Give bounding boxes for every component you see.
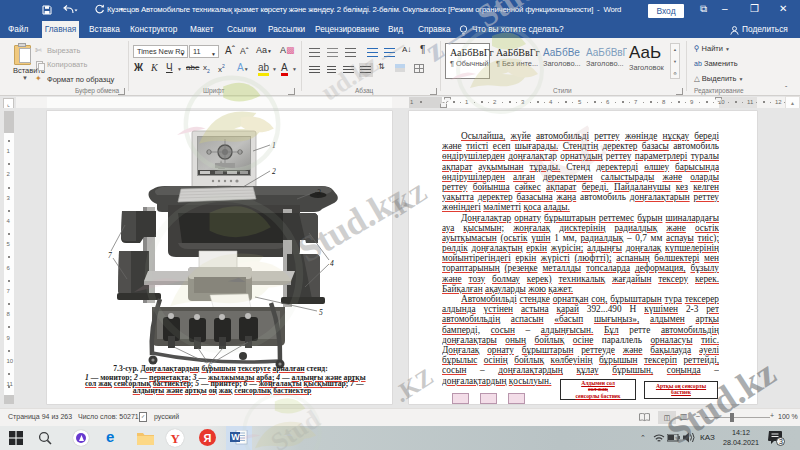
svg-text:2: 2 bbox=[272, 167, 276, 176]
svg-text:3: 3 bbox=[779, 438, 783, 445]
svg-text:4: 4 bbox=[330, 259, 334, 268]
svg-text:7: 7 bbox=[108, 251, 112, 260]
svg-text:W: W bbox=[231, 432, 240, 442]
svg-text:5: 5 bbox=[319, 308, 323, 317]
svg-text:3: 3 bbox=[316, 188, 321, 197]
svg-text:1: 1 bbox=[272, 141, 276, 150]
